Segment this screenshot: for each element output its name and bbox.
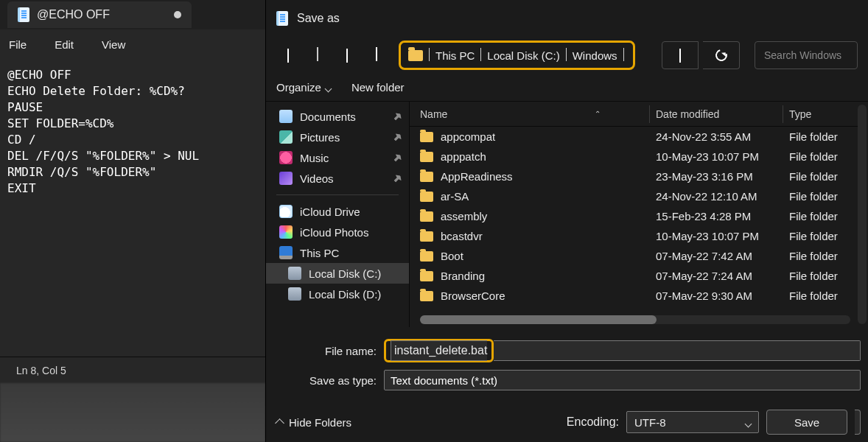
sidebar-icon — [279, 225, 293, 239]
folder-icon — [420, 132, 433, 142]
chevron-down-icon — [346, 49, 348, 62]
horizontal-scrollbar[interactable] — [420, 315, 850, 324]
breadcrumb-seg[interactable]: Local Disk (C:) — [487, 49, 559, 62]
savetype-value: Text documents (*.txt) — [391, 374, 497, 387]
cancel-button-stub[interactable] — [855, 410, 861, 435]
sidebar-label: iCloud Drive — [300, 206, 360, 218]
notepad-tab[interactable]: @ECHO OFF — [7, 1, 192, 28]
refresh-button[interactable] — [703, 41, 740, 69]
breadcrumb-seg[interactable]: Windows — [573, 49, 617, 62]
vertical-scrollbar[interactable] — [858, 105, 867, 324]
sidebar-item[interactable]: Music — [266, 147, 409, 168]
chevron-down-icon — [326, 81, 331, 94]
filename-highlight: instant_delete.bat — [384, 339, 494, 362]
folder-icon — [420, 271, 433, 281]
row-type: File folder — [783, 250, 858, 262]
sidebar-item[interactable]: Videos — [266, 168, 409, 189]
row-date: 24-Nov-22 3:55 AM — [650, 130, 783, 143]
col-date-header[interactable]: Date modified — [650, 108, 783, 120]
sidebar-item[interactable]: Pictures — [266, 127, 409, 147]
text-file-icon — [18, 7, 29, 22]
up-button[interactable] — [365, 43, 388, 67]
encoding-label: Encoding: — [567, 415, 619, 429]
row-name: ar-SA — [441, 190, 469, 203]
chevron-up-icon — [276, 416, 283, 429]
sidebar-label: Documents — [300, 110, 356, 123]
taskbar-blur — [0, 383, 265, 442]
sidebar: Documents Pictures Music Videos iCloud D… — [266, 102, 410, 327]
row-type: File folder — [783, 130, 858, 143]
save-button[interactable]: Save — [766, 410, 847, 435]
col-name-header[interactable]: Name ⌃ — [410, 108, 649, 120]
hide-folders-button[interactable]: Hide Folders — [276, 416, 351, 429]
sidebar-item[interactable]: This PC — [266, 242, 409, 263]
menu-file[interactable]: File — [9, 38, 27, 51]
file-row[interactable]: Branding 07-May-22 7:24 AM File folder — [410, 266, 858, 286]
editor-content[interactable]: @ECHO OFF ECHO Delete Folder: %CD%? PAUS… — [0, 61, 265, 357]
file-row[interactable]: bcastdvr 10-May-23 10:07 PM File folder — [410, 226, 858, 246]
file-row[interactable]: appcompat 24-Nov-22 3:55 AM File folder — [410, 127, 858, 147]
file-row[interactable]: Boot 07-May-22 7:42 AM File folder — [410, 246, 858, 266]
dialog-toolbar: Organize New folder — [266, 74, 868, 102]
sidebar-label: This PC — [300, 247, 339, 259]
chevron-right-icon — [429, 49, 430, 62]
sidebar-item[interactable]: iCloud Drive — [266, 201, 409, 222]
encoding-select[interactable]: UTF-8 — [626, 411, 759, 433]
file-row[interactable]: assembly 15-Feb-23 4:28 PM File folder — [410, 206, 858, 226]
row-name: Boot — [441, 250, 463, 262]
file-row[interactable]: AppReadiness 23-May-23 3:16 PM File fold… — [410, 166, 858, 186]
row-date: 07-Mav-22 9:30 AM — [650, 290, 783, 302]
back-button[interactable] — [276, 43, 300, 67]
sidebar-item[interactable]: Documents — [266, 106, 409, 127]
breadcrumb[interactable]: This PC Local Disk (C:) Windows — [399, 41, 635, 70]
arrow-left-icon — [287, 49, 289, 62]
search-input[interactable]: Search Windows — [755, 41, 858, 69]
filename-input[interactable]: instant_delete.bat — [391, 340, 487, 361]
folder-icon — [408, 50, 423, 61]
breadcrumb-seg[interactable]: This PC — [435, 49, 475, 62]
row-name: BrowserCore — [441, 290, 505, 302]
file-row[interactable]: BrowserCore 07-Mav-22 9:30 AM File folde… — [410, 286, 858, 306]
col-type-header[interactable]: Type — [783, 108, 858, 120]
filename-input-rest[interactable] — [494, 340, 861, 361]
chevron-right-icon — [480, 49, 481, 62]
savetype-select[interactable]: Text documents (*.txt) — [384, 370, 861, 390]
column-headers: Name ⌃ Date modified Type — [410, 102, 858, 127]
save-as-dialog: Save as This PC Local Disk (C:) Windows … — [265, 0, 868, 442]
organize-button[interactable]: Organize — [276, 81, 331, 94]
sidebar-label: Videos — [300, 172, 334, 185]
row-date: 23-May-23 3:16 PM — [650, 170, 783, 183]
dialog-title: Save as — [297, 12, 340, 25]
row-date: 07-May-22 7:24 AM — [650, 270, 783, 282]
sidebar-drive-item[interactable]: Local Disk (D:) — [266, 284, 409, 304]
chevron-right-icon — [566, 49, 567, 62]
row-name: appcompat — [441, 130, 495, 143]
folder-icon — [420, 211, 433, 222]
organize-label: Organize — [276, 81, 321, 94]
disk-icon — [288, 267, 301, 280]
sidebar-icon — [279, 151, 293, 164]
search-placeholder: Search Windows — [764, 49, 841, 61]
row-date: 15-Feb-23 4:28 PM — [650, 210, 783, 222]
file-row[interactable]: ar-SA 24-Nov-22 12:10 AM File folder — [410, 186, 858, 206]
menu-edit[interactable]: Edit — [55, 38, 74, 51]
new-folder-button[interactable]: New folder — [351, 81, 405, 94]
sidebar-icon — [279, 246, 293, 259]
file-row[interactable]: apppatch 10-May-23 10:07 PM File folder — [410, 147, 858, 166]
sidebar-label: Local Disk (C:) — [309, 267, 381, 280]
filename-label: File name: — [273, 345, 384, 357]
sidebar-item[interactable]: iCloud Photos — [266, 222, 409, 242]
recent-button[interactable] — [335, 43, 359, 67]
menu-view[interactable]: View — [102, 38, 125, 51]
chevron-down-icon — [746, 416, 751, 429]
row-type: File folder — [783, 170, 858, 183]
sidebar-drive-item[interactable]: Local Disk (C:) — [266, 263, 409, 284]
disk-icon — [288, 287, 301, 301]
sidebar-separator — [276, 194, 399, 195]
forward-button[interactable] — [306, 43, 329, 67]
sort-indicator-icon: ⌃ — [595, 110, 601, 118]
row-name: Branding — [441, 270, 485, 282]
path-dropdown-button[interactable] — [662, 41, 699, 69]
tab-title: @ECHO OFF — [37, 8, 110, 21]
notepad-window: @ECHO OFF File Edit View @ECHO OFF ECHO … — [0, 0, 265, 442]
